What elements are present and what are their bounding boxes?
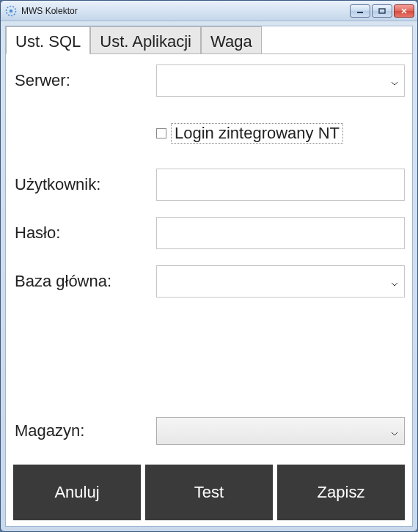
- svg-rect-2: [357, 12, 363, 13]
- close-button[interactable]: [394, 4, 414, 18]
- test-button[interactable]: Test: [145, 465, 273, 520]
- client-area: Ust. SQL Ust. Aplikacji Waga Serwer:: [5, 26, 413, 527]
- row-maindb: Baza główna:: [13, 262, 405, 300]
- user-input[interactable]: [156, 169, 405, 201]
- warehouse-combo[interactable]: [156, 417, 405, 445]
- tab-waga[interactable]: Waga: [201, 26, 262, 54]
- row-server: Serwer:: [13, 62, 405, 100]
- password-label: Hasło:: [13, 223, 156, 243]
- user-label: Użytkownik:: [13, 175, 156, 194]
- server-label: Serwer:: [13, 71, 156, 90]
- maindb-label: Baza główna:: [13, 272, 156, 291]
- nt-login-checkbox[interactable]: [156, 128, 166, 138]
- tab-sql[interactable]: Ust. SQL: [6, 26, 90, 54]
- tab-app[interactable]: Ust. Aplikacji: [90, 26, 201, 54]
- form-sql: Serwer: Login zintegrowany NT Użytkownik…: [6, 54, 412, 526]
- row-nt-login: Login zintegrowany NT: [13, 123, 405, 144]
- save-button[interactable]: Zapisz: [277, 465, 405, 520]
- chevron-down-icon: [391, 272, 398, 291]
- chevron-down-icon: [391, 421, 398, 440]
- nt-login-label: Login zintegrowany NT: [171, 123, 343, 144]
- svg-point-1: [10, 9, 12, 12]
- server-combo[interactable]: [156, 64, 405, 97]
- button-bar: Anuluj Test Zapisz: [13, 465, 405, 522]
- app-window: MWS Kolektor Ust. SQL Ust. Aplikacji Wag…: [0, 0, 418, 532]
- app-icon: [5, 5, 17, 17]
- password-input[interactable]: [156, 217, 405, 249]
- minimize-button[interactable]: [350, 4, 370, 18]
- row-user: Użytkownik:: [13, 166, 405, 204]
- titlebar: MWS Kolektor: [1, 1, 417, 21]
- chevron-down-icon: [391, 71, 398, 90]
- tab-strip: Ust. SQL Ust. Aplikacji Waga: [6, 26, 412, 54]
- cancel-button[interactable]: Anuluj: [13, 465, 141, 520]
- window-controls: [350, 4, 414, 18]
- window-title: MWS Kolektor: [21, 6, 350, 16]
- row-warehouse: Magazyn:: [13, 412, 405, 450]
- warehouse-label: Magazyn:: [13, 421, 156, 440]
- svg-rect-3: [379, 9, 385, 13]
- maximize-button[interactable]: [372, 4, 392, 18]
- maindb-combo[interactable]: [156, 265, 405, 298]
- row-password: Hasło:: [13, 214, 405, 252]
